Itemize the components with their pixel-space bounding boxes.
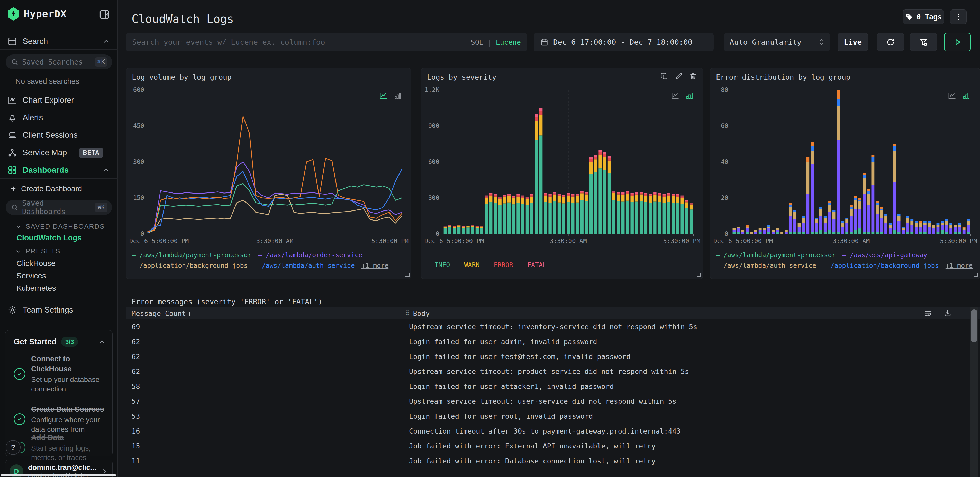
delete-icon[interactable]	[689, 72, 697, 80]
legend-item[interactable]: —/aws/lambda/auth-service	[716, 262, 816, 269]
saved-dashboards-group[interactable]: SAVED DASHBOARDS	[0, 223, 118, 231]
line-chart-toggle-icon[interactable]	[379, 91, 388, 100]
run-query-button[interactable]	[944, 33, 971, 51]
event-search-input[interactable]: Search your events w/ Lucene ex. column:…	[126, 33, 527, 51]
sidebar-item-alerts[interactable]: Alerts	[0, 111, 118, 124]
saved-dashboards-input[interactable]: Saved Dashboards ⌘K	[6, 200, 112, 215]
refresh-button[interactable]	[877, 33, 904, 51]
sql-toggle[interactable]: SQL	[471, 38, 483, 46]
table-row[interactable]: 58Login failed for user attacker1, inval…	[126, 379, 969, 394]
table-row[interactable]: 69Upstream service timeout: inventory-se…	[126, 319, 969, 334]
legend-item[interactable]: —INFO	[427, 261, 450, 269]
legend-item[interactable]: —/aws/lambda/payment-processor	[716, 251, 836, 259]
chevron-up-icon[interactable]	[98, 338, 106, 346]
presets-group[interactable]: PRESETS	[0, 247, 118, 255]
svg-text:3:30:00 AM: 3:30:00 AM	[833, 237, 870, 245]
legend-item[interactable]: —ERROR	[487, 261, 513, 269]
collapse-sidebar-icon[interactable]	[99, 9, 110, 19]
table-row[interactable]: 62Upstream service timeout: product-serv…	[126, 364, 969, 379]
legend-more-link[interactable]: +1 more	[945, 262, 972, 269]
body-cell: Login failed for user test@test.com, inv…	[409, 353, 631, 361]
message-count-cell: 57	[132, 398, 140, 405]
create-dashboard-button[interactable]: Create Dashboard	[0, 183, 118, 194]
sidebar-item-service-map[interactable]: Service Map BETA	[0, 146, 118, 159]
table-row[interactable]: 62Login failed for user admin, invalid p…	[126, 334, 969, 349]
sidebar-item-dashboards[interactable]: Dashboards	[0, 164, 118, 176]
check-circle-icon	[14, 413, 25, 425]
download-icon[interactable]	[943, 309, 952, 317]
sidebar-item-team-settings[interactable]: Team Settings	[0, 304, 118, 316]
search-icon	[11, 58, 19, 66]
live-button[interactable]: Live	[838, 33, 868, 51]
kebab-icon: ⋮	[954, 12, 963, 22]
help-button[interactable]: ?	[6, 440, 21, 455]
chevron-up-icon[interactable]	[102, 166, 110, 174]
line-chart-toggle-icon[interactable]	[947, 91, 957, 100]
legend-more-link[interactable]: +1 more	[361, 262, 388, 269]
table-row[interactable]: 57Upstream service timeout: user-service…	[126, 394, 969, 409]
service-map-icon	[8, 148, 17, 157]
message-count-cell: 16	[132, 427, 140, 435]
panel-logs-by-severity: Logs by severity 03006009001.2KDec 6 5:0…	[421, 68, 703, 279]
step-desc: Set up your database connection	[31, 375, 107, 394]
resize-handle[interactable]	[697, 273, 701, 277]
legend-item[interactable]: —/application/background-jobs	[823, 262, 939, 269]
svg-text:5:30:00 PM: 5:30:00 PM	[940, 237, 977, 245]
sidebar-item-client-sessions[interactable]: Client Sessions	[0, 129, 118, 142]
table-row[interactable]: 16Connection timeout after 30s to paymen…	[126, 423, 969, 439]
sidebar-item-kubernetes[interactable]: Kubernetes	[16, 284, 56, 293]
lucene-toggle[interactable]: Lucene	[496, 38, 521, 46]
duplicate-icon[interactable]	[660, 72, 668, 80]
time-range-picker[interactable]: Dec 6 17:00:00 - Dec 7 18:00:00	[534, 33, 714, 51]
sidebar-scrollbar[interactable]	[0, 474, 116, 477]
chevron-up-icon[interactable]	[102, 38, 110, 45]
svg-text:5:30:00 PM: 5:30:00 PM	[371, 237, 409, 245]
line-chart-toggle-icon[interactable]	[670, 91, 680, 100]
column-message-count[interactable]: Message Count↓	[132, 309, 192, 317]
table-row[interactable]: 11Job failed with error: Database connec…	[126, 453, 969, 468]
column-body[interactable]: ⠿ Body	[405, 309, 430, 317]
wrap-text-icon[interactable]	[924, 309, 932, 317]
legend-item[interactable]: —FATAL	[520, 261, 547, 269]
legend-item[interactable]: —/aws/ecs/api-gateway	[842, 251, 927, 259]
bar-chart-toggle-icon[interactable]	[685, 91, 694, 100]
filter-button[interactable]	[910, 33, 937, 51]
legend-item[interactable]: —/aws/lambda/payment-processor	[132, 251, 252, 259]
legend-item[interactable]: —/application/background-jobs	[132, 262, 248, 269]
get-started-step[interactable]: Connect to ClickHouse Set up your databa…	[14, 354, 107, 394]
table-title: Error messages (severity 'ERROR' or 'FAT…	[132, 297, 322, 306]
line-chart[interactable]: 0150300450600Dec 6 5:00:00 PM3:30:00 AM5…	[128, 83, 409, 246]
get-started-step[interactable]: Add Data Start sending logs, metrics, or…	[14, 432, 107, 462]
drag-handle-icon[interactable]: ⠿	[405, 310, 409, 317]
stacked-bar-chart[interactable]: 020406080Dec 6 5:00:00 PM3:30:00 AM5:30:…	[713, 83, 978, 246]
sidebar-item-cloudwatch-logs[interactable]: CloudWatch Logs	[16, 233, 82, 242]
legend-item[interactable]: —/aws/lambda/order-service	[258, 251, 363, 259]
svg-text:300: 300	[428, 194, 439, 202]
resize-handle[interactable]	[974, 273, 978, 277]
legend-item[interactable]: —/aws/lambda/auth-service	[255, 262, 355, 269]
svg-text:150: 150	[133, 194, 144, 202]
table-row[interactable]: 53Login failed for user root, invalid pa…	[126, 409, 969, 423]
edit-icon[interactable]	[675, 72, 683, 80]
table-row[interactable]: 15Job failed with error: External API un…	[126, 439, 969, 453]
tags-button[interactable]: 0 Tags	[903, 9, 944, 24]
sidebar-item-services[interactable]: Services	[16, 271, 46, 280]
scrollbar-thumb[interactable]	[971, 309, 977, 342]
resize-handle[interactable]	[406, 273, 409, 277]
bar-chart-toggle-icon[interactable]	[393, 91, 402, 100]
check-circle-icon	[14, 368, 25, 380]
legend-item[interactable]: —WARN	[457, 261, 479, 269]
table-row[interactable]: 62Login failed for user test@test.com, i…	[126, 349, 969, 364]
get-started-progress-badge: 3/3	[61, 337, 78, 347]
stacked-bar-chart[interactable]: 03006009001.2KDec 6 5:00:00 PM3:30:00 AM…	[423, 83, 701, 246]
sidebar-item-chart-explorer[interactable]: Chart Explorer	[0, 94, 118, 107]
granularity-select[interactable]: Auto Granularity	[724, 33, 830, 51]
body-cell: Login failed for user attacker1, invalid…	[409, 382, 614, 390]
svg-text:20: 20	[721, 194, 728, 202]
page-menu-button[interactable]: ⋮	[950, 9, 967, 24]
get-started-step[interactable]: Create Data Sources Configure where your…	[14, 404, 107, 434]
saved-searches-input[interactable]: Saved Searches ⌘K	[6, 54, 112, 69]
sidebar-item-clickhouse[interactable]: ClickHouse	[16, 259, 56, 268]
sidebar-item-search[interactable]: Search	[0, 35, 118, 47]
bar-chart-toggle-icon[interactable]	[962, 91, 971, 100]
